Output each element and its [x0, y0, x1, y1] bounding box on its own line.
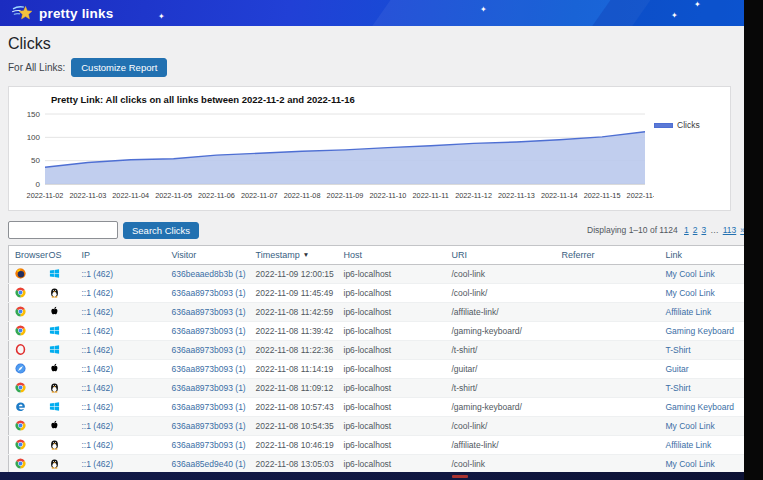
visitor-link[interactable]: 636aa8973b093 (1) — [172, 421, 246, 431]
linux-os-icon — [49, 458, 60, 469]
visitor-link[interactable]: 636aa8973b093 (1) — [172, 383, 246, 393]
pagination-page-113[interactable]: 113 — [723, 225, 737, 235]
os-cell — [43, 417, 76, 436]
ip-link[interactable]: ::1 (462) — [82, 345, 114, 355]
referrer-cell — [556, 417, 660, 436]
column-header-browser[interactable]: Browser — [15, 250, 48, 260]
search-input[interactable] — [8, 221, 118, 239]
ip-link[interactable]: ::1 (462) — [82, 326, 114, 336]
referrer-cell — [556, 436, 660, 455]
app-header: pretty links ✦ ✦ ✦ ✦ — [0, 0, 763, 26]
column-header-ip[interactable]: IP — [82, 250, 91, 260]
search-clicks-button[interactable]: Search Clicks — [123, 222, 199, 239]
column-header-link[interactable]: Link — [666, 250, 683, 260]
pagination-top: Displaying 1–10 of 1124 123…113» — [587, 225, 745, 235]
timestamp-cell: 2022-11-08 11:42:59 — [250, 303, 338, 322]
referrer-cell — [556, 341, 660, 360]
host-cell: ip6-localhost — [338, 303, 446, 322]
visitor-link[interactable]: 636aa8973b093 (1) — [172, 288, 246, 298]
link-link[interactable]: My Cool Link — [666, 459, 715, 469]
displaying-text: Displaying 1–10 of 1124 — [587, 225, 680, 235]
referrer-cell — [556, 398, 660, 417]
link-link[interactable]: Gaming Keyboard — [666, 402, 735, 412]
host-cell: ip6-localhost — [338, 341, 446, 360]
host-cell: ip6-localhost — [338, 417, 446, 436]
pagination-page-3[interactable]: 3 — [701, 225, 706, 235]
column-header-timestamp[interactable]: Timestamp — [256, 250, 300, 260]
pagination-page-1[interactable]: 1 — [684, 225, 689, 235]
click-row: ::1 (462)636aa8973b093 (1)2022-11-08 10:… — [9, 436, 746, 455]
os-cell — [43, 341, 76, 360]
visitor-link[interactable]: 636aa8973b093 (1) — [172, 440, 246, 450]
click-row: ::1 (462)636aa8973b093 (1)2022-11-08 11:… — [9, 341, 746, 360]
uri-cell: /cool-link — [446, 455, 556, 474]
link-link[interactable]: My Cool Link — [666, 288, 715, 298]
ip-link[interactable]: ::1 (462) — [82, 459, 114, 469]
apple-os-icon — [49, 306, 60, 317]
visitor-link[interactable]: 636aa8973b093 (1) — [172, 307, 246, 317]
svg-text:2022-11-13: 2022-11-13 — [498, 191, 535, 200]
link-link[interactable]: Affiliate Link — [666, 307, 712, 317]
clicks-table: BrowserOSIPVisitorTimestamp▼HostURIRefer… — [8, 245, 746, 480]
safari-browser-icon — [15, 363, 26, 374]
os-cell — [43, 265, 76, 284]
linux-os-icon — [49, 439, 60, 450]
customize-report-button[interactable]: Customize Report — [71, 58, 167, 77]
host-cell: ip6-localhost — [338, 265, 446, 284]
ip-link[interactable]: ::1 (462) — [82, 383, 114, 393]
uri-cell: /cool-link — [446, 265, 556, 284]
visitor-link[interactable]: 636aa8973b093 (1) — [172, 364, 246, 374]
click-row: ::1 (462)636aa8973b093 (1)2022-11-08 10:… — [9, 398, 746, 417]
ip-link[interactable]: ::1 (462) — [82, 364, 114, 374]
timestamp-cell: 2022-11-08 13:05:03 — [250, 455, 338, 474]
link-link[interactable]: Affiliate Link — [666, 440, 712, 450]
timestamp-cell: 2022-11-08 10:57:43 — [250, 398, 338, 417]
ip-link[interactable]: ::1 (462) — [82, 402, 114, 412]
timestamp-cell: 2022-11-08 11:22:36 — [250, 341, 338, 360]
windows-os-icon — [49, 268, 60, 279]
column-header-visitor[interactable]: Visitor — [172, 250, 197, 260]
ip-link[interactable]: ::1 (462) — [82, 307, 114, 317]
windows-os-icon — [49, 325, 60, 336]
apple-os-icon — [49, 363, 60, 374]
link-link[interactable]: T-Shirt — [666, 345, 691, 355]
column-header-os[interactable]: OS — [49, 250, 62, 260]
link-link[interactable]: Gaming Keyboard — [666, 326, 735, 336]
main-content: Clicks For All Links: Customize Report P… — [0, 35, 745, 480]
column-header-host[interactable]: Host — [344, 250, 363, 260]
link-link[interactable]: T-Shirt — [666, 383, 691, 393]
browser-cell — [9, 436, 43, 455]
ip-link[interactable]: ::1 (462) — [82, 269, 114, 279]
chart-legend: Clicks — [654, 108, 700, 130]
apple-os-icon — [49, 420, 60, 431]
browser-cell — [9, 398, 43, 417]
pagination-page-2[interactable]: 2 — [693, 225, 698, 235]
ip-link[interactable]: ::1 (462) — [82, 421, 114, 431]
link-link[interactable]: My Cool Link — [666, 269, 715, 279]
column-header-uri[interactable]: URI — [452, 250, 468, 260]
ip-link[interactable]: ::1 (462) — [82, 288, 114, 298]
browser-cell — [9, 322, 43, 341]
uri-cell: /guitar/ — [446, 360, 556, 379]
visitor-link[interactable]: 636aa8973b093 (1) — [172, 402, 246, 412]
chrome-browser-icon — [15, 306, 26, 317]
click-row: ::1 (462)636aa8973b093 (1)2022-11-09 11:… — [9, 284, 746, 303]
host-cell: ip6-localhost — [338, 379, 446, 398]
link-link[interactable]: Guitar — [666, 364, 689, 374]
clicks-series-label: Clicks — [677, 120, 700, 130]
svg-text:0: 0 — [36, 180, 41, 189]
svg-text:2022-11-04: 2022-11-04 — [112, 191, 149, 200]
visitor-link[interactable]: 636aa85ed9e40 (1) — [172, 459, 246, 469]
ip-link[interactable]: ::1 (462) — [82, 440, 114, 450]
host-cell: ip6-localhost — [338, 322, 446, 341]
column-header-referrer[interactable]: Referrer — [562, 250, 595, 260]
chrome-browser-icon — [15, 287, 26, 298]
visitor-link[interactable]: 636beaaed8b3b (1) — [172, 269, 246, 279]
svg-text:2022-11-02: 2022-11-02 — [27, 191, 64, 200]
timestamp-cell: 2022-11-08 11:09:12 — [250, 379, 338, 398]
visitor-link[interactable]: 636aa8973b093 (1) — [172, 326, 246, 336]
desktop-edge-strip — [744, 0, 763, 480]
opera-browser-icon — [15, 344, 26, 355]
visitor-link[interactable]: 636aa8973b093 (1) — [172, 345, 246, 355]
link-link[interactable]: My Cool Link — [666, 421, 715, 431]
